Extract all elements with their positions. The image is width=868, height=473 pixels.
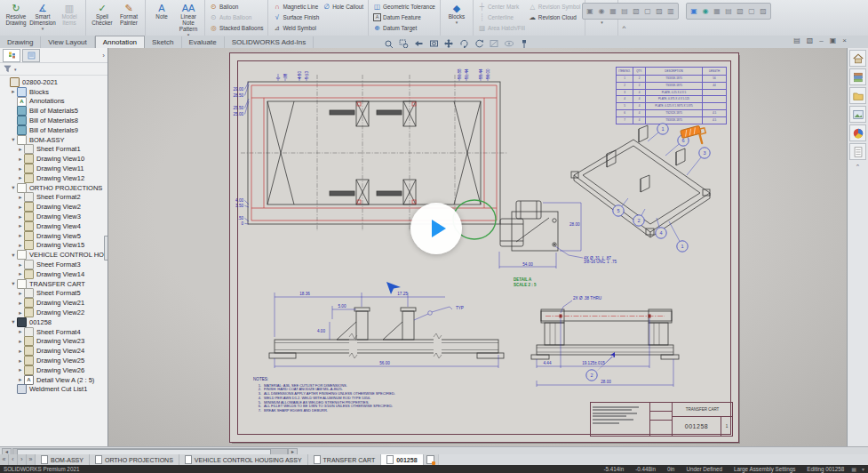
dimension-56-00[interactable]: 56.00	[379, 361, 390, 365]
tree-expander-icon[interactable]: ▸	[10, 88, 17, 95]
ribbon-button-center-mark[interactable]: ┼Center Mark	[476, 1, 527, 12]
tree-item-drawing-view5[interactable]: ▸Drawing View5	[0, 231, 108, 241]
property-manager-tab[interactable]	[22, 49, 40, 62]
overlay-toolbar-a-button-5[interactable]: ▧	[631, 6, 641, 17]
file-explorer-tab[interactable]	[849, 87, 866, 104]
ribbon-button-blocks[interactable]: ◆Blocks▾	[443, 1, 470, 24]
ribbon-button-smart-dimension[interactable]: ∡SmartDimension▾	[29, 1, 56, 30]
tree-expander-icon[interactable]: ▸	[17, 338, 24, 345]
ordinate-dimension[interactable]: 4.00	[235, 198, 243, 203]
custom-properties-tab[interactable]	[849, 143, 866, 160]
tree-expander-icon[interactable]: ▸	[17, 309, 24, 317]
sheet-tab-bom-assy[interactable]: BOM-ASSY	[36, 454, 90, 465]
ribbon-button-auto-balloon[interactable]: ⊙Auto Balloon	[208, 12, 265, 22]
ribbon-button-spell-checker[interactable]: ✓SpellChecker	[89, 1, 115, 27]
drawing-view-front[interactable]: 18.36 17.25 5.00 4.00 56.00 TYP	[267, 280, 507, 373]
tree-item-drawing-view21[interactable]: ▸Drawing View21	[0, 298, 108, 308]
ribbon-button-hole-callout[interactable]: ∅Hole Callout	[321, 1, 365, 12]
tree-item-drawing-view12[interactable]: ▸Drawing View12	[0, 173, 108, 183]
overlay-toolbar-b-button-5[interactable]: ▧	[735, 6, 745, 17]
ribbon-button-datum-feature[interactable]: ADatum Feature	[371, 12, 437, 22]
video-play-button[interactable]	[410, 203, 462, 254]
graphics-area[interactable]: ITEM NO.QTY.DESCRIPTIONLENGTH12TS3X3X.18…	[108, 48, 848, 446]
tree-item-weldment-cut-list1[interactable]: Weldment Cut List1	[0, 385, 108, 395]
tab-sketch[interactable]: Sketch	[145, 36, 181, 48]
tree-expander-icon[interactable]: ▸	[17, 146, 24, 153]
ordinate-dimension[interactable]: 4.50	[298, 71, 302, 79]
thread-callout-line2[interactable]: 3/8-16 UNC ↧ .75	[584, 260, 617, 264]
tab-view-layout[interactable]: View Layout	[41, 36, 94, 48]
tree-expander-icon[interactable]: ▸	[17, 204, 24, 211]
bom-row[interactable]: 34PLATE, 0.25 X 4 X 5	[617, 89, 727, 96]
zoom-fit-icon[interactable]	[384, 36, 395, 47]
tab-solidworks-add-ins[interactable]: SOLIDWORKS Add-Ins	[225, 36, 315, 48]
bom-table[interactable]: ITEM NO.QTY.DESCRIPTIONLENGTH12TS3X3X.18…	[616, 67, 727, 124]
overlay-toolbar-a-button-8[interactable]: ▥	[665, 6, 676, 17]
tree-item-detail-view-a-2-5[interactable]: ▸ADetail View A (2 : 5)	[0, 375, 108, 385]
balloon-number[interactable]: 1	[661, 126, 664, 132]
tree-expander-icon[interactable]: ▸	[17, 194, 24, 201]
ordinate-dimension[interactable]: 29.00	[234, 87, 244, 92]
sheet-tab-ortho-projections[interactable]: ORTHO PROJECTIONS	[90, 454, 179, 465]
feature-manager-tab[interactable]	[3, 49, 20, 62]
tab-drawing[interactable]: Drawing	[0, 36, 41, 48]
drawing-view-top[interactable]: 29.0028.5025.5025.00 4.003.50.500 0.384.…	[219, 71, 513, 245]
tree-item-bill-of-materials8[interactable]: Bill of Materials8	[0, 116, 108, 125]
tree-expander-icon[interactable]: ▾	[10, 136, 17, 143]
dropdown-arrow-icon[interactable]: ▾	[456, 20, 458, 24]
tree-expander-icon[interactable]: ▸	[17, 300, 24, 307]
tree-item-sheet-format3[interactable]: ▸Sheet Format3	[0, 260, 108, 269]
bom-row[interactable]: 64TS2X2X.18754.5	[617, 109, 727, 116]
dropdown-arrow-icon[interactable]: ▾	[42, 27, 44, 30]
detail-view-label[interactable]: DETAIL A	[514, 277, 532, 282]
dimension-5-00[interactable]: 5.00	[338, 304, 346, 309]
tree-expander-icon[interactable]: ▸	[17, 213, 24, 220]
dropdown-arrow-icon[interactable]: ▾	[601, 20, 603, 24]
bom-row[interactable]: 44PLATE, 0.375 X 4 X 5.125	[617, 96, 727, 103]
ribbon-button-format-painter[interactable]: ✎FormatPainter	[115, 1, 142, 27]
ordinate-dimension[interactable]: 50.88	[458, 68, 462, 79]
tree-item-drawing-view11[interactable]: ▸Drawing View11	[0, 164, 108, 173]
drawing-sheet[interactable]: ITEM NO.QTY.DESCRIPTIONLENGTH12TS3X3X.18…	[230, 53, 738, 442]
sheet-tab-scroll-3[interactable]: »	[27, 454, 36, 465]
tab-annotation[interactable]: Annotation	[95, 36, 145, 48]
ordinate-dimensions-top[interactable]: 0.384.505.1350.8851.4455.4456.00	[276, 68, 490, 81]
tree-item-drawing-view2[interactable]: ▸Drawing View2	[0, 202, 108, 212]
ordinate-dimension[interactable]: 0	[241, 221, 243, 226]
design-library-tab[interactable]	[849, 68, 866, 85]
dimension-28-00[interactable]: 28.00	[601, 380, 611, 384]
close-icon[interactable]: ×	[842, 36, 847, 44]
tree-expander-icon[interactable]: ▸	[17, 156, 24, 163]
overlay-toolbar-b-button-4[interactable]: ▤	[723, 6, 734, 17]
sheet-tab-scroll-2[interactable]: ›	[18, 454, 27, 465]
ordinate-dimensions-left-upper[interactable]: 29.0028.5025.5025.00	[234, 82, 250, 116]
overlay-toolbar-b-button-7[interactable]: ▨	[758, 6, 768, 17]
tree-expander-icon[interactable]: ▾	[10, 184, 17, 191]
title-block[interactable]: TRANSFER CART 001258 1	[590, 402, 733, 437]
drawing-view-side[interactable]: 2X Ø .38 THRU 4.44 19.125±.015 28.00 2	[530, 295, 681, 389]
tree-expander-icon[interactable]: ▸	[17, 366, 24, 373]
rotate-view-icon[interactable]	[459, 36, 471, 47]
previous-view-icon[interactable]	[414, 36, 426, 47]
task-pane-collapse-chevron[interactable]: ⌃	[848, 164, 868, 171]
tree-item-drawing-view26[interactable]: ▸Drawing View26	[0, 365, 108, 375]
dimension-17-25[interactable]: 17.25	[397, 292, 408, 296]
overlay-toolbar-b-button-1[interactable]: ▣	[689, 6, 699, 17]
note-line-7[interactable]: 7.BREAK SHARP EDGES AND DEBURR.	[253, 409, 449, 413]
tree-expander-icon[interactable]: ▸	[17, 357, 24, 365]
filter-funnel-icon[interactable]	[4, 65, 12, 73]
redraw-icon[interactable]	[474, 36, 486, 47]
tree-item-drawing-view23[interactable]: ▸Drawing View23	[0, 337, 108, 347]
ribbon-button-note[interactable]: ANote	[148, 1, 175, 20]
dimension-19-125[interactable]: 19.125±.015	[582, 361, 605, 365]
tree-item-sheet-format1[interactable]: ▸Sheet Format1	[0, 145, 108, 155]
ribbon-button-stacked-balloons[interactable]: ◎Stacked Balloons	[208, 22, 265, 33]
tree-item-sheet-format2[interactable]: ▸Sheet Format2	[0, 193, 108, 203]
overlay-toolbar-a-button-1[interactable]: ▣	[585, 6, 595, 17]
ordinate-dimension[interactable]: .50	[238, 216, 244, 220]
tree-item-001258[interactable]: ▾001258	[0, 317, 108, 327]
ribbon-button-centerline[interactable]: ┊Centerline	[476, 12, 527, 22]
ribbon-button-surface-finish[interactable]: √Surface Finish	[271, 12, 321, 22]
overlay-toolbar-b-button-2[interactable]: ◉	[700, 6, 711, 17]
overlay-toolbar-b-button-6[interactable]: ▢	[746, 6, 757, 17]
